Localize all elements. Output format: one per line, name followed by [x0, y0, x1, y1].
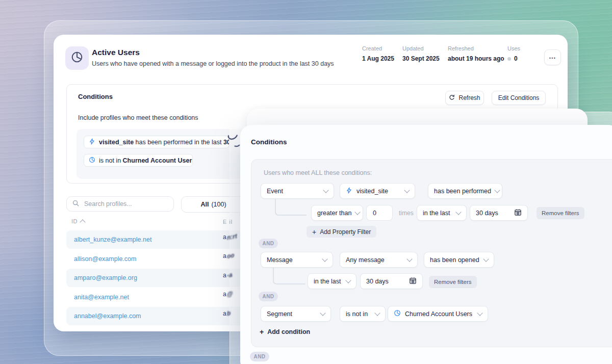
and-badge: AND [259, 292, 278, 301]
message-dropdown[interactable]: Any message [340, 252, 418, 268]
condition-builder-panel: Conditions Users who meet ALL these cond… [240, 125, 612, 364]
lightning-icon [346, 187, 352, 195]
search-icon [72, 199, 79, 209]
segment-condition-pill: is not in Churned Account Users [84, 154, 193, 167]
field-type-dropdown[interactable]: Segment [261, 306, 331, 322]
meta-uses: Uses 0 [507, 45, 520, 62]
profile-row[interactable]: allison@example.com [66, 250, 246, 268]
branch-connector [273, 268, 305, 284]
edit-conditions-button[interactable]: Edit Conditions [492, 91, 546, 105]
pie-chart-icon [394, 309, 401, 318]
profile-row[interactable]: amparo@example.org [66, 269, 246, 287]
page-title: Active Users [92, 48, 140, 57]
remove-filters-button[interactable]: Remove filters [537, 207, 584, 219]
segment-description: Users who have opened with a message or … [92, 60, 334, 67]
refresh-icon [449, 94, 455, 102]
chevron-down-icon [477, 310, 482, 316]
plus-icon: + [312, 228, 316, 236]
chevron-down-icon [404, 187, 410, 193]
uses-status-dot [507, 57, 511, 61]
event-operator-dropdown[interactable]: has been performed [428, 183, 502, 199]
refracted-cell-fragment: aoo [223, 252, 234, 259]
profile-row[interactable]: anita@example.net [66, 288, 246, 306]
chevron-down-icon [374, 310, 380, 316]
plus-icon: + [260, 328, 264, 335]
refracted-cell-fragment: ab [223, 310, 231, 317]
chevron-down-icon [323, 187, 328, 193]
add-property-filter-button[interactable]: + Add Property Filter [307, 226, 376, 238]
meta-refreshed: Refreshed about 19 hours ago [448, 45, 504, 62]
calendar-icon [409, 277, 417, 286]
condition-group-box: Users who meet ALL these conditions: Eve… [251, 159, 612, 347]
refracted-cell-fragment: a-a [223, 272, 232, 279]
chevron-down-icon [494, 187, 500, 193]
ellipsis-icon: ⋯ [549, 54, 556, 62]
remove-filters-button[interactable]: Remove filters [429, 276, 477, 288]
segment-operator-dropdown[interactable]: is not in [340, 306, 386, 322]
chevron-down-icon [406, 256, 412, 262]
chevron-down-icon [455, 209, 461, 215]
duration-picker[interactable]: 30 days [470, 205, 528, 221]
calendar-icon [514, 209, 522, 218]
and-badge: AND [259, 239, 278, 248]
builder-intro-text: Users who meet ALL these conditions: [264, 169, 372, 176]
pie-chart-icon [89, 157, 95, 165]
segment-icon-tile [65, 46, 89, 70]
search-profiles-field[interactable] [66, 196, 174, 212]
field-type-dropdown[interactable]: Message [261, 252, 333, 268]
window-dropdown[interactable]: in the last [417, 205, 467, 221]
chevron-down-icon [355, 209, 361, 215]
meta-created: Created 1 Aug 2025 [362, 45, 394, 62]
times-label: times [399, 210, 414, 217]
comparator-dropdown[interactable]: greater than [311, 205, 363, 221]
sort-ascending-icon [80, 219, 85, 225]
refracted-cell-fragment: a@ [223, 291, 233, 298]
conditions-heading: Conditions [78, 93, 113, 100]
chevron-down-icon [322, 256, 327, 262]
branch-connector [275, 199, 307, 216]
refracted-cell-fragment: an:rt [223, 233, 237, 241]
chevron-down-icon [483, 256, 489, 262]
profile-row[interactable]: annabel@example.com [66, 307, 246, 325]
event-condition-pill: visited_site has been performed in the l… [84, 136, 230, 148]
window-dropdown[interactable]: in the last [308, 273, 356, 289]
search-input[interactable] [83, 200, 162, 208]
and-badge: AND [250, 352, 269, 361]
message-operator-dropdown[interactable]: has been opened [424, 252, 494, 268]
include-profiles-text: Include profiles who meet these conditio… [78, 114, 198, 121]
lightning-icon [89, 138, 95, 146]
profile-row[interactable]: albert_kunze@example.net [66, 230, 246, 249]
screenshot-stage: Active Users Users who have opened with … [0, 0, 612, 364]
pie-chart-icon [71, 51, 83, 65]
refresh-button[interactable]: Refresh [445, 91, 484, 105]
count-input[interactable] [366, 205, 393, 221]
segment-value-dropdown[interactable]: Churned Account Users [388, 306, 488, 322]
event-name-dropdown[interactable]: visited_site [340, 183, 415, 199]
chevron-down-icon [320, 310, 325, 316]
field-type-dropdown[interactable]: Event [261, 183, 334, 199]
chevron-down-icon [345, 277, 351, 283]
meta-updated: Updated 30 Sept 2025 [402, 45, 440, 62]
duration-picker[interactable]: 30 days [360, 273, 423, 289]
email-column-header-fragment: E il [223, 219, 233, 225]
id-column-header[interactable]: ID [71, 218, 85, 224]
builder-heading: Conditions [251, 138, 287, 146]
add-condition-button[interactable]: + Add condition [260, 328, 310, 335]
overflow-menu-button[interactable]: ⋯ [544, 49, 561, 65]
